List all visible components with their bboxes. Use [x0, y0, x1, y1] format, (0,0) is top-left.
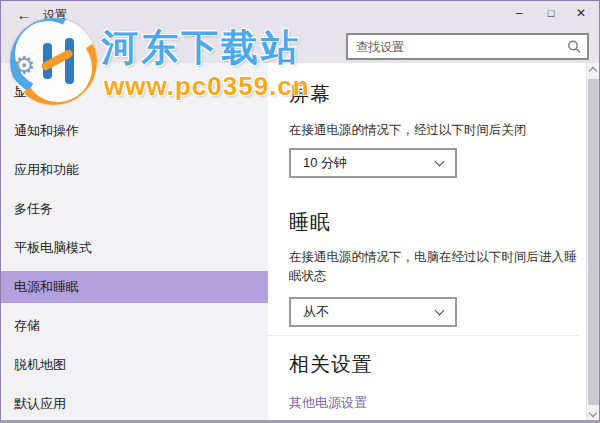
screen-timeout-value: 10 分钟 — [303, 154, 347, 172]
sidebar-item-multitasking[interactable]: 多任务 — [1, 193, 268, 225]
back-arrow-icon[interactable]: ← — [12, 5, 36, 25]
content-pane: 屏幕 在接通电源的情况下，经过以下时间后关闭 10 分钟 睡眠 在接通电源的情况… — [268, 63, 579, 421]
chevron-down-icon — [435, 156, 445, 166]
search-icon — [564, 37, 584, 57]
sleep-caption: 在接通电源的情况下，电脑在经过以下时间后进入睡眠状态 — [289, 248, 577, 286]
scrollbar-up-icon[interactable] — [589, 67, 597, 75]
scrollbar-thumb[interactable] — [588, 79, 599, 405]
sleep-section-title: 睡眠 — [289, 209, 331, 236]
sidebar-item-offline-maps[interactable]: 脱机地图 — [1, 349, 268, 381]
sleep-timeout-dropdown[interactable]: 从不 — [289, 297, 457, 327]
sidebar-item-notifications[interactable]: 通知和操作 — [1, 115, 268, 147]
screen-section-title: 屏幕 — [289, 81, 331, 108]
sleep-timeout-value: 从不 — [303, 303, 329, 321]
sidebar-item-apps-features[interactable]: 应用和功能 — [1, 154, 268, 186]
title-bar: ← 设置 – □ ✕ — [1, 1, 599, 63]
search-input[interactable] — [348, 40, 564, 54]
scrollbar-down-icon[interactable] — [589, 409, 597, 417]
search-box[interactable] — [346, 33, 589, 60]
additional-power-settings-link[interactable]: 其他电源设置 — [289, 394, 367, 412]
sidebar-item-display[interactable]: 显示 — [1, 76, 268, 108]
screen-timeout-dropdown[interactable]: 10 分钟 — [289, 148, 457, 178]
sidebar-item-storage[interactable]: 存储 — [1, 310, 268, 342]
close-button[interactable]: ✕ — [565, 1, 597, 25]
minimize-button[interactable]: – — [503, 1, 535, 25]
sidebar-item-default-apps[interactable]: 默认应用 — [1, 388, 268, 420]
scrollbar[interactable] — [586, 63, 599, 421]
sidebar: 系统 显示 通知和操作 应用和功能 多任务 平板电脑模式 电源和睡眠 存储 脱机… — [1, 63, 268, 421]
sidebar-item-power-sleep[interactable]: 电源和睡眠 — [1, 271, 268, 303]
section-divider — [268, 335, 579, 336]
screen-caption: 在接通电源的情况下，经过以下时间后关闭 — [289, 121, 577, 140]
chevron-down-icon — [435, 305, 445, 315]
settings-window: ← 设置 – □ ✕ 系统 显示 通知和操作 应用和功能 多任务 平板电脑模式 … — [0, 0, 600, 423]
window-title: 设置 — [43, 7, 67, 24]
maximize-button[interactable]: □ — [535, 1, 567, 25]
related-section-title: 相关设置 — [289, 351, 373, 378]
sidebar-item-tablet-mode[interactable]: 平板电脑模式 — [1, 232, 268, 264]
sidebar-section-title: 系统 — [51, 37, 81, 56]
